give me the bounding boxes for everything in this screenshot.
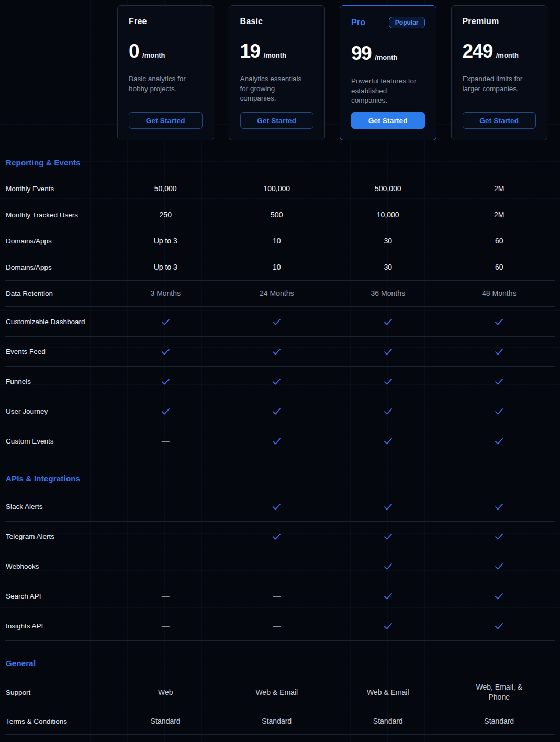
check-icon	[444, 376, 555, 387]
feature-value: 100,000	[263, 184, 290, 194]
feature-row: Slack Alerts —	[5, 492, 555, 522]
feature-cell	[332, 531, 444, 542]
not-included-dash: —	[162, 531, 170, 540]
plan-price-period: /month	[142, 51, 165, 59]
feature-cell: 24 Months	[221, 289, 333, 298]
check-icon	[332, 621, 444, 632]
feature-label: Monthly Events	[5, 185, 110, 193]
feature-label: Funnels	[5, 378, 110, 385]
feature-value: 36 Months	[371, 289, 405, 298]
feature-cell	[332, 346, 444, 357]
feature-value: Web	[158, 688, 173, 697]
check-icon	[221, 531, 333, 542]
feature-cell	[444, 621, 555, 632]
feature-cell	[221, 406, 333, 417]
feature-value: 30	[384, 262, 392, 272]
feature-value: 48 Months	[482, 289, 516, 298]
feature-row: Support WebWeb & EmailWeb & EmailWeb, Em…	[5, 677, 555, 708]
feature-row: Data Retention 3 Months24 Months36 Month…	[5, 281, 555, 307]
feature-cell	[221, 346, 333, 357]
feature-cell: 30	[332, 236, 444, 246]
feature-cell: —	[110, 561, 221, 571]
feature-cell: 2M	[444, 210, 555, 220]
check-icon	[110, 406, 221, 417]
feature-cell: Up to 3	[110, 236, 221, 246]
feature-row: User Journey	[5, 396, 555, 426]
feature-label: Support	[5, 689, 110, 696]
feature-row: Domains/Apps Up to 3103060	[5, 254, 555, 281]
plan-card-header: Pro Popular	[351, 17, 425, 28]
feature-cell	[110, 406, 221, 417]
feature-cell	[221, 531, 333, 542]
feature-cell	[221, 436, 333, 447]
feature-value: 500	[271, 210, 283, 220]
get-started-button[interactable]: Get Started	[463, 112, 536, 129]
check-icon	[444, 436, 555, 447]
feature-value: Standard	[262, 716, 292, 726]
feature-cell	[332, 591, 444, 602]
feature-cell: 50,000	[110, 184, 221, 194]
feature-cell: Standard	[221, 716, 333, 726]
feature-value: 2M	[494, 210, 504, 220]
feature-row: Webhooks ——	[5, 551, 555, 581]
feature-cell: —	[110, 436, 221, 446]
feature-label: Customizable Dashboard	[5, 318, 110, 326]
feature-label: Search API	[5, 592, 110, 600]
feature-cell: Up to 3	[110, 262, 221, 272]
plan-name: Free	[129, 17, 147, 26]
check-icon	[332, 531, 444, 542]
plan-price-period: /month	[375, 53, 397, 61]
popular-badge: Popular	[389, 17, 425, 28]
plan-card-header: Free	[129, 17, 203, 26]
feature-value: 250	[160, 210, 172, 220]
feature-comparison-table: Reporting & Events Monthly Events 50,000…	[5, 140, 555, 735]
section-title: Reporting & Events	[5, 140, 555, 176]
feature-value: Web & Email	[255, 688, 298, 697]
feature-label: Terms & Conditions	[5, 717, 110, 725]
feature-cell: 100,000	[221, 184, 333, 194]
feature-cell: Web & Email	[332, 688, 444, 697]
pricing-page: Free 0 /month Basic analytics for hobby …	[0, 0, 560, 742]
section-title: APIs & Integrations	[5, 456, 555, 492]
feature-cell	[444, 376, 555, 387]
not-included-dash: —	[162, 621, 170, 630]
feature-value: 24 Months	[260, 289, 294, 298]
get-started-button[interactable]: Get Started	[129, 112, 203, 129]
check-icon	[110, 316, 221, 327]
check-icon	[444, 621, 555, 632]
check-icon	[221, 376, 333, 387]
feature-cell: Web, Email, & Phone	[444, 682, 555, 702]
plan-description: Analytics essentials for growing compani…	[240, 74, 314, 104]
feature-label: Custom Events	[5, 437, 110, 445]
feature-cell: 60	[444, 262, 555, 272]
feature-cell: Web & Email	[221, 688, 333, 697]
get-started-button[interactable]: Get Started	[240, 112, 314, 129]
plan-price-row: 19 /month	[240, 40, 314, 62]
feature-cell: 10	[221, 236, 333, 246]
feature-cell: —	[221, 591, 333, 601]
feature-cell: Standard	[110, 716, 221, 726]
plan-name: Premium	[463, 17, 499, 26]
feature-row: Search API ——	[5, 581, 555, 611]
check-icon	[332, 501, 444, 512]
check-icon	[221, 436, 333, 447]
feature-cell	[332, 316, 444, 327]
check-icon	[110, 376, 221, 387]
get-started-button[interactable]: Get Started	[351, 112, 425, 129]
plan-price: 19	[240, 40, 260, 62]
check-icon	[444, 316, 555, 327]
feature-value: Web, Email, & Phone	[468, 682, 531, 702]
cards-row-spacer	[5, 5, 110, 140]
plan-description: Expanded limits for larger companies.	[463, 74, 536, 94]
plan-description: Powerful features for established compan…	[351, 76, 425, 106]
feature-cell	[221, 376, 333, 387]
not-included-dash: —	[162, 591, 170, 600]
feature-value: Standard	[484, 716, 514, 726]
feature-row: Customizable Dashboard	[5, 307, 555, 337]
plan-card-header: Basic	[240, 17, 314, 26]
plan-card-header: Premium	[463, 17, 536, 26]
feature-cell: 36 Months	[332, 289, 444, 298]
check-icon	[444, 346, 555, 357]
plan-card-pro: Pro Popular 99 /month Powerful features …	[340, 5, 436, 140]
not-included-dash: —	[273, 591, 281, 600]
